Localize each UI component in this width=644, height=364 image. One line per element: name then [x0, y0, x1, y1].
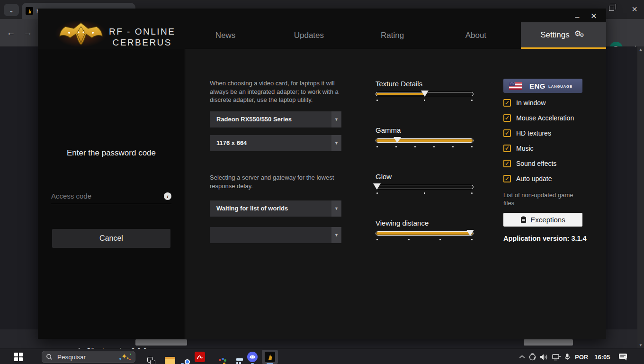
checkbox-in-window[interactable]: ✓In window	[503, 98, 574, 108]
info-icon[interactable]: i	[164, 192, 171, 200]
volume-icon[interactable]	[540, 354, 549, 361]
slider-ticks	[376, 239, 474, 240]
access-code-field-wrap: i	[51, 188, 171, 204]
slider-gamma: Gamma	[376, 126, 474, 147]
checkbox-box[interactable]: ✓	[503, 145, 511, 152]
discord-tile[interactable]	[244, 350, 260, 364]
screen: ⌄ K × ← → B ⋮ ▲ ▼ – ×	[0, 0, 644, 364]
language-button[interactable]: ENG LANGUAGE	[503, 79, 582, 93]
scroll-up-icon[interactable]: ▲	[639, 47, 643, 52]
server-dropdown[interactable]: Waiting for list of worlds ▼	[210, 200, 341, 217]
forward-arrow-icon[interactable]: →	[21, 26, 35, 40]
slider-track[interactable]	[376, 231, 474, 236]
discord-icon	[247, 352, 258, 362]
scroll-down-icon[interactable]: ▼	[639, 343, 643, 347]
slider-label: Gamma	[376, 126, 474, 134]
usa-flag-icon	[509, 82, 522, 90]
tray-language[interactable]: POR	[573, 354, 590, 361]
copilot-sparkle-icon[interactable]: ✦✦	[119, 352, 131, 362]
close-button[interactable]: ×	[587, 9, 600, 23]
nav-item-rating[interactable]: Rating	[351, 31, 434, 42]
tick-dot	[433, 146, 435, 147]
background-page-button[interactable]	[135, 339, 187, 346]
search-input[interactable]	[56, 353, 115, 361]
checkbox-mouse-acceleration[interactable]: ✓Mouse Acceleration	[503, 113, 574, 123]
task-view-tile[interactable]	[139, 350, 155, 364]
chevron-down-icon[interactable]: ▼	[331, 111, 341, 127]
nav-item-updates[interactable]: Updates	[267, 31, 350, 42]
acrobat-icon	[195, 352, 205, 362]
paint-tile[interactable]	[209, 350, 225, 364]
search-icon	[46, 354, 53, 360]
slider-ticks	[376, 146, 474, 147]
tray-clock[interactable]: 16:05	[593, 354, 611, 361]
tab-settings[interactable]: Settings ⚙⚙	[521, 22, 606, 49]
back-arrow-icon[interactable]: ←	[4, 26, 18, 40]
acrobat-tile[interactable]	[192, 350, 208, 364]
gears-icon: ⚙⚙	[574, 30, 587, 40]
chrome-tile[interactable]	[174, 350, 190, 364]
checkbox-label: HD textures	[516, 129, 551, 137]
checkbox-box[interactable]: ✓	[503, 114, 511, 122]
tick-dot	[376, 146, 378, 147]
slider-viewing-distance: Viewing distance	[376, 219, 474, 240]
tab-search-button[interactable]: ⌄	[4, 4, 19, 16]
chevron-down-icon[interactable]: ▼	[331, 227, 341, 243]
tick-dot	[439, 239, 441, 240]
tick-dot	[424, 100, 425, 101]
chevron-down-icon[interactable]: ▼	[331, 200, 341, 217]
checkbox-hd-textures[interactable]: ✓HD textures	[503, 128, 574, 138]
gpu-dropdown[interactable]: Radeon RX550/550 Series ▼	[210, 111, 341, 127]
slider-label: Texture Details	[376, 80, 474, 88]
access-code-input[interactable]	[51, 188, 171, 204]
tick-dot	[471, 192, 473, 194]
tray-app-icon[interactable]	[528, 353, 537, 361]
exceptions-button[interactable]: Exceptions	[503, 213, 582, 227]
slider-track[interactable]	[376, 185, 474, 189]
slider-thumb[interactable]	[373, 183, 381, 190]
checkbox-label: Sound effects	[516, 160, 556, 167]
notification-icon[interactable]	[618, 353, 627, 361]
slider-track[interactable]	[376, 92, 474, 96]
window-restore-icon[interactable]	[609, 6, 614, 11]
scrollbar[interactable]: ▲ ▼	[637, 46, 644, 348]
chevron-up-icon[interactable]	[519, 355, 525, 359]
microphone-icon[interactable]	[564, 353, 570, 361]
slider-label: Viewing distance	[376, 219, 474, 227]
tick-dot	[424, 192, 425, 194]
password-panel: Enter the password code i Cancel Client …	[38, 49, 185, 339]
nav: NewsUpdatesRatingAbout	[184, 31, 518, 42]
start-button[interactable]	[14, 353, 23, 361]
taskbar-search[interactable]: ✦✦	[42, 351, 135, 363]
background-page-button[interactable]	[524, 339, 573, 346]
minimize-button[interactable]: –	[571, 11, 583, 23]
checkbox-box[interactable]: ✓	[503, 129, 511, 137]
rf-launcher-tile[interactable]	[262, 350, 278, 364]
slider-track[interactable]	[376, 138, 474, 143]
slider-thumb[interactable]	[394, 137, 401, 143]
tick-dot	[452, 146, 454, 147]
files-note: List of non-updated game files	[503, 191, 579, 207]
gpu-note: When choosing a video card, for laptops …	[210, 79, 341, 104]
calculator-tile[interactable]	[227, 350, 243, 364]
file-explorer-tile[interactable]	[157, 350, 173, 364]
slider-thumb[interactable]	[466, 230, 474, 236]
checkbox-box[interactable]: ✓	[503, 160, 511, 167]
checkbox-auto-update[interactable]: ✓Auto update	[503, 174, 574, 183]
checkbox-box[interactable]: ✓	[503, 175, 511, 182]
checkbox-sound-effects[interactable]: ✓Sound effects	[503, 159, 574, 168]
cancel-button[interactable]: Cancel	[52, 229, 170, 248]
browser-close-button[interactable]: ×	[628, 2, 641, 16]
gateway-dropdown[interactable]: ▼	[210, 227, 341, 243]
network-icon[interactable]	[552, 354, 561, 361]
checkbox-music[interactable]: ✓Music	[503, 144, 574, 153]
nav-item-news[interactable]: News	[184, 31, 267, 42]
nav-item-about[interactable]: About	[434, 31, 518, 42]
slider-fill	[376, 93, 424, 95]
tick-dot	[376, 192, 378, 194]
taskbar-apps	[139, 350, 278, 364]
chevron-down-icon[interactable]: ▼	[331, 135, 341, 151]
resolution-dropdown[interactable]: 1176 x 664 ▼	[210, 135, 341, 151]
slider-thumb[interactable]	[421, 91, 429, 97]
checkbox-box[interactable]: ✓	[503, 99, 511, 107]
